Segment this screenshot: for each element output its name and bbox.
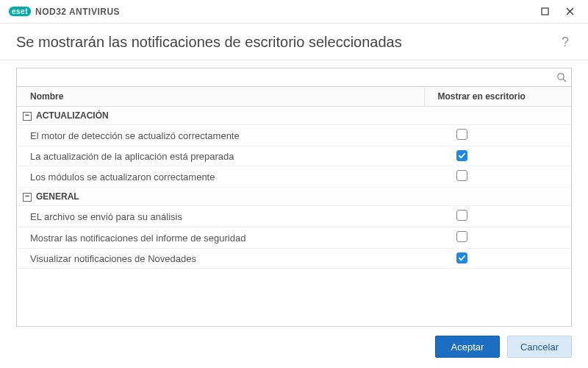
table-row[interactable]: EL archivo se envió para su análisis: [17, 206, 571, 227]
show-on-desktop-checkbox[interactable]: [456, 150, 467, 161]
column-header-show[interactable]: Mostrar en escritorio: [424, 87, 571, 107]
window-maximize-button[interactable]: [532, 1, 557, 22]
show-on-desktop-checkbox[interactable]: [456, 129, 467, 140]
svg-rect-0: [542, 8, 548, 15]
table-row[interactable]: Los módulos se actualizaron correctament…: [17, 166, 571, 188]
group-title: GENERAL: [36, 191, 79, 202]
notification-label: La actualización de la aplicación está p…: [17, 146, 424, 166]
group-title: ACTUALIZACIÓN: [36, 110, 109, 121]
search-input[interactable]: [23, 72, 556, 83]
notification-label: EL archivo se envió para su análisis: [17, 206, 424, 227]
notification-label: Visualizar notificaciones de Novedades: [17, 249, 424, 269]
titlebar: eset NOD32 ANTIVIRUS: [0, 0, 588, 24]
cancel-button[interactable]: Cancelar: [507, 336, 572, 358]
show-on-desktop-checkbox[interactable]: [456, 170, 467, 181]
page-header: Se mostrarán las notificaciones de escri…: [0, 24, 588, 60]
page-title: Se mostrarán las notificaciones de escri…: [16, 34, 559, 51]
help-button[interactable]: ?: [559, 35, 572, 50]
eset-logo: eset: [9, 7, 31, 16]
group-row[interactable]: ACTUALIZACIÓN: [17, 107, 571, 125]
window-close-button[interactable]: [557, 1, 582, 22]
table-row[interactable]: Visualizar notificaciones de Novedades: [17, 249, 571, 269]
column-header-name[interactable]: Nombre: [17, 87, 424, 107]
group-row[interactable]: GENERAL: [17, 188, 571, 206]
table-row[interactable]: La actualización de la aplicación está p…: [17, 146, 571, 166]
show-on-desktop-checkbox[interactable]: [456, 210, 467, 221]
product-name: NOD32 ANTIVIRUS: [35, 7, 120, 17]
notifications-table-wrap: Nombre Mostrar en escritorio ACTUALIZACI…: [16, 87, 572, 327]
show-on-desktop-checkbox[interactable]: [456, 231, 467, 242]
collapse-icon[interactable]: [23, 112, 32, 121]
search-bar[interactable]: [16, 68, 572, 87]
dialog-footer: Aceptar Cancelar: [0, 327, 588, 368]
search-icon[interactable]: [556, 72, 567, 82]
collapse-icon[interactable]: [23, 193, 32, 202]
maximize-icon: [541, 7, 549, 15]
accept-button[interactable]: Aceptar: [435, 336, 500, 358]
table-row[interactable]: Mostrar las notificaciones del informe d…: [17, 227, 571, 249]
notifications-table: Nombre Mostrar en escritorio ACTUALIZACI…: [17, 87, 571, 269]
svg-point-1: [558, 74, 564, 79]
table-row[interactable]: El motor de detección se actualizó corre…: [17, 125, 571, 146]
close-icon: [566, 7, 574, 15]
brand-badge: eset: [9, 7, 31, 16]
notification-label: Los módulos se actualizaron correctament…: [17, 166, 424, 188]
notification-label: Mostrar las notificaciones del informe d…: [17, 227, 424, 249]
brand: eset NOD32 ANTIVIRUS: [9, 7, 120, 17]
show-on-desktop-checkbox[interactable]: [456, 252, 467, 263]
content-area: Nombre Mostrar en escritorio ACTUALIZACI…: [0, 60, 588, 327]
notification-label: El motor de detección se actualizó corre…: [17, 125, 424, 146]
